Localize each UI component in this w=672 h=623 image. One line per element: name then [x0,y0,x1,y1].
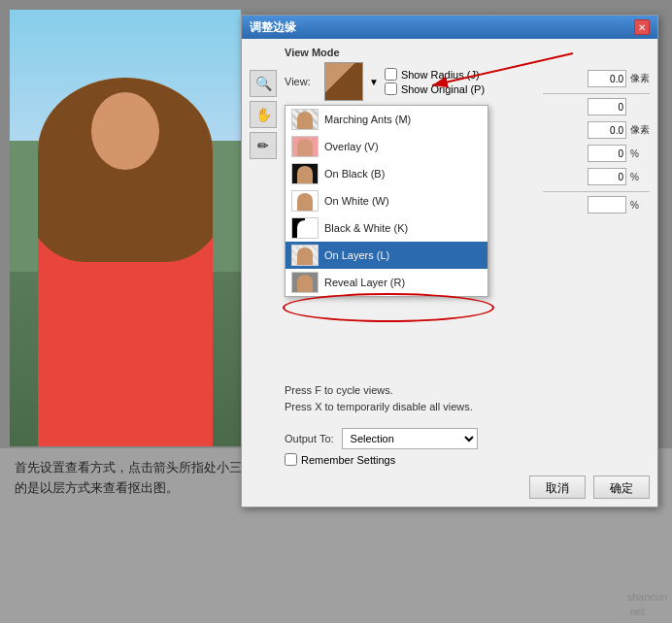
tool-sidebar: 🔍 ✋ ✏ [250,70,277,159]
person-icon [297,275,313,292]
view-preview-img [325,63,362,100]
contrast-unit: % [630,148,650,159]
ok-button[interactable]: 确定 [593,475,650,499]
marching-ants-icon [291,109,319,130]
slider-row-4: % [543,145,650,162]
zoom-tool[interactable]: 🔍 [250,70,277,97]
person-icon [297,220,313,238]
menu-item-on-white[interactable]: On White (W) [286,187,487,214]
menu-item-on-black[interactable]: On Black (B) [286,160,487,187]
on-layers-icon [291,245,319,266]
dialog-titlebar: 调整边缘 ✕ [242,16,657,39]
black-white-label: Black & White (K) [324,222,408,234]
photo-area [10,10,241,446]
feather-input[interactable] [588,121,626,139]
person-icon [297,193,313,211]
slider-row-5: % [543,168,650,185]
oval-highlight [283,293,494,322]
overlay-label: Overlay (V) [324,141,379,152]
remember-row: Remember Settings [285,453,650,466]
close-button[interactable]: ✕ [634,19,650,35]
view-preview-button[interactable] [324,62,363,101]
tip-1: Press F to cycle views. [285,382,650,399]
show-original-row: Show Original (P) [385,82,485,95]
slider-row-1: 像素 [543,70,650,87]
reveal-layer-label: Reveal Layer (R) [324,277,405,288]
contrast-input[interactable] [588,145,626,162]
marching-ants-label: Marching Ants (M) [324,114,411,125]
right-panel: 像素 像素 % % % [543,70,650,219]
person-icon [297,139,313,156]
view-checkboxes: Show Radius (J) Show Original (P) [385,68,485,95]
bottom-line2: 的是以层方式来查看抠出图。 [15,480,179,495]
dialog-footer: 取消 确定 [242,470,657,507]
dropdown-arrow-icon[interactable]: ▼ [369,77,379,87]
on-layers-label: On Layers (L) [324,249,389,261]
adjust-edge-dialog: 调整边缘 ✕ 🔍 ✋ ✏ View Mode View: ▼ Show Ra [241,15,658,508]
hand-tool[interactable]: ✋ [250,101,277,128]
decontaminate-unit: % [630,200,650,211]
overlay-icon [291,136,319,157]
radius-input[interactable] [588,70,626,87]
watermark: shancun .net [626,590,667,618]
separator-1 [543,93,650,94]
output-section: Output To: Selection Layer Mask New Laye… [242,428,657,449]
show-original-checkbox[interactable] [385,82,397,95]
person-icon [297,247,313,265]
tips-area: Press F to cycle views. Press X to tempo… [285,382,650,414]
on-black-label: On Black (B) [324,168,385,180]
cancel-button[interactable]: 取消 [529,475,586,499]
menu-item-overlay[interactable]: Overlay (V) [286,133,487,160]
slider-row-2 [543,98,650,115]
on-black-icon [291,163,319,184]
brush-tool[interactable]: ✏ [250,132,277,159]
woman-figure [38,78,213,446]
shift-unit: % [630,172,650,182]
menu-item-on-layers[interactable]: On Layers (L) [286,242,487,269]
bw-icon [291,217,319,239]
output-label: Output To: [285,433,334,444]
smooth-input[interactable] [588,98,626,115]
view-mode-label: View Mode [285,47,650,58]
slider-row-3: 像素 [543,121,650,139]
menu-item-reveal-layer[interactable]: Reveal Layer (R) [286,269,487,296]
shift-input[interactable] [588,168,626,185]
tip-2: Press X to temporarily disable all views… [285,399,650,415]
dialog-body: 🔍 ✋ ✏ View Mode View: ▼ Show Radius (J) [242,39,657,422]
menu-item-black-white[interactable]: Black & White (K) [286,214,487,242]
on-white-label: On White (W) [324,195,389,207]
show-radius-checkbox[interactable] [385,68,397,81]
show-original-label: Show Original (P) [401,83,485,95]
person-icon [297,112,313,129]
radius-unit: 像素 [630,72,650,85]
view-label-text: View: [285,76,319,87]
separator-2 [543,191,650,192]
decontaminate-input[interactable] [588,196,626,213]
face [91,92,159,170]
view-dropdown-menu: Marching Ants (M) Overlay (V) On Black (… [285,105,488,297]
reveal-layer-icon [291,272,319,293]
output-select[interactable]: Selection Layer Mask New Layer [342,428,478,449]
dialog-title: 调整边缘 [250,19,296,36]
feather-unit: 像素 [630,123,650,137]
show-radius-label: Show Radius (J) [401,69,480,81]
remember-checkbox[interactable] [285,453,297,466]
show-radius-row: Show Radius (J) [385,68,485,81]
remember-label: Remember Settings [301,454,395,466]
slider-row-output: % [543,196,650,213]
person-icon [297,166,313,183]
menu-item-marching-ants[interactable]: Marching Ants (M) [286,106,487,133]
on-white-icon [291,190,319,212]
